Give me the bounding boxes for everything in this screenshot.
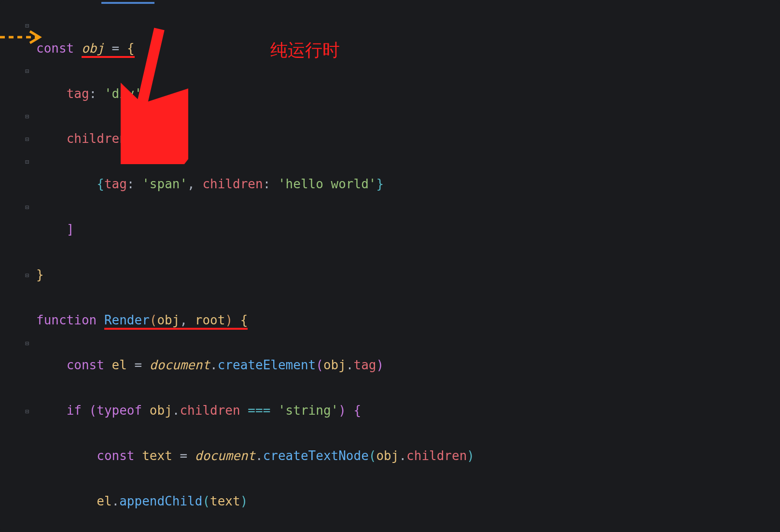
keyword-const: const [36,41,74,56]
code-line: const el = document.createElement(obj.ta… [36,354,780,377]
code-line: if (typeof obj.children === 'string') { [36,399,780,422]
annotation-title: 纯运行时 [270,35,340,66]
code-line: tag: 'div', [36,83,780,105]
code-line: {tag: 'span', children: 'hello world'} [36,173,780,196]
function-name: Render [104,313,150,327]
identifier-obj: obj [82,41,104,56]
code-area[interactable]: const obj = { tag: 'div', children: [ {t… [0,14,780,532]
code-line: el.appendChild(text) [36,490,780,513]
code-editor[interactable]: ⊟ ⊟ ⊟ ⊟ ⊟ ⊟ ⊟ ⊟ ⊟ const obj = { tag: 'di… [0,0,780,532]
code-line: const text = document.createTextNode(obj… [36,445,780,467]
code-line: } [36,264,780,286]
code-line: ] [36,218,780,241]
tab-indicator [101,2,154,4]
code-line: children: [ [36,127,780,150]
code-line: const obj = { [36,37,780,60]
code-line: function Render(obj, root) { [36,309,780,332]
